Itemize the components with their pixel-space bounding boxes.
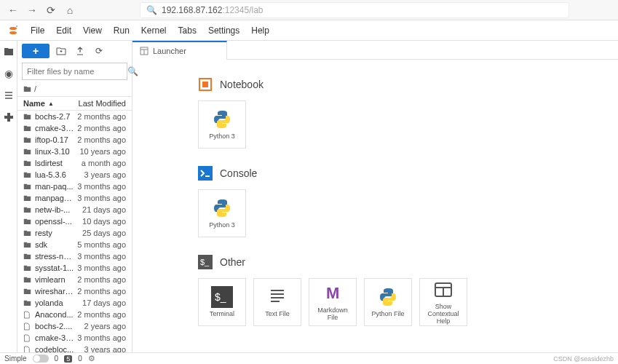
name-column-header[interactable]: Name▲ xyxy=(23,99,79,108)
file-row[interactable]: codebloc...3 years ago xyxy=(17,344,132,352)
toc-tab-icon[interactable] xyxy=(2,89,15,102)
filter-box[interactable]: 🔍 xyxy=(22,63,127,80)
new-folder-button[interactable] xyxy=(54,44,68,58)
terminal-icon: $_ xyxy=(211,286,233,308)
file-row[interactable]: wireshark...2 months ago xyxy=(17,285,132,297)
folder-icon xyxy=(23,229,32,237)
file-name: bochs-2.... xyxy=(35,322,82,331)
file-modified: 3 years ago xyxy=(82,345,126,352)
folder-icon xyxy=(23,159,32,167)
new-launcher-button[interactable]: + xyxy=(22,44,49,58)
file-row[interactable]: linux-3.1010 years ago xyxy=(17,146,132,157)
file-row[interactable]: sdk5 months ago xyxy=(17,239,132,250)
menu-settings[interactable]: Settings xyxy=(202,23,245,39)
file-row[interactable]: netw-ib-...21 days ago xyxy=(17,204,132,215)
file-modified: 2 months ago xyxy=(74,275,126,284)
activity-bar: ◉ xyxy=(0,41,17,352)
card-python[interactable]: Python 3 xyxy=(198,100,246,149)
files-tab-icon[interactable] xyxy=(2,45,15,58)
svg-rect-6 xyxy=(198,166,213,181)
folder-icon xyxy=(23,136,32,143)
console-icon xyxy=(198,166,213,181)
file-row[interactable]: openssl-...10 days ago xyxy=(17,215,132,227)
file-row[interactable]: iftop-0.172 months ago xyxy=(17,134,132,146)
file-row[interactable]: yolanda17 days ago xyxy=(17,297,132,309)
menu-file[interactable]: File xyxy=(25,23,50,39)
section-other: $_ Other $_TerminalText FileMMarkdown Fi… xyxy=(198,255,552,326)
file-row[interactable]: lua-5.3.63 years ago xyxy=(17,169,132,181)
back-button[interactable]: ← xyxy=(6,3,20,17)
modified-column-header[interactable]: Last Modified xyxy=(79,99,126,108)
card-markdown[interactable]: MMarkdown File xyxy=(309,278,357,326)
home-button[interactable]: ⌂ xyxy=(63,3,77,17)
search-icon: 🔍 xyxy=(146,5,157,15)
filter-input[interactable] xyxy=(27,67,127,76)
file-icon xyxy=(23,311,32,319)
file-row[interactable]: cmake-3....3 months ago xyxy=(17,332,132,344)
file-modified: 5 months ago xyxy=(74,240,126,249)
file-name: yolanda xyxy=(35,298,79,307)
card-terminal[interactable]: $_Terminal xyxy=(198,278,246,326)
file-row[interactable]: cmake-3....2 months ago xyxy=(17,122,132,134)
reload-button[interactable]: ⟳ xyxy=(44,3,58,17)
menubar: FileEditViewRunKernelTabsSettingsHelp xyxy=(0,20,618,41)
card-python-file[interactable]: Python File xyxy=(364,278,412,326)
main-area: Launcher Notebook Python 3 Console xyxy=(132,41,618,352)
file-row[interactable]: Anacond...2 months ago xyxy=(17,309,132,320)
card-label: Python 3 xyxy=(209,222,235,229)
file-name: codebloc... xyxy=(35,345,82,352)
folder-icon xyxy=(23,85,31,92)
file-row[interactable]: bochs-2....2 years ago xyxy=(17,320,132,332)
breadcrumb-path: / xyxy=(34,84,36,93)
file-modified: 21 days ago xyxy=(79,205,126,214)
file-row[interactable]: man-paq...3 months ago xyxy=(17,181,132,192)
file-modified: 3 months ago xyxy=(74,194,126,202)
file-modified: 3 months ago xyxy=(74,333,126,342)
text-icon xyxy=(266,286,288,308)
card-text[interactable]: Text File xyxy=(253,278,301,326)
file-row[interactable]: vimlearn2 months ago xyxy=(17,274,132,285)
launcher-icon xyxy=(140,47,148,55)
file-name: man-paq... xyxy=(35,182,74,191)
menu-help[interactable]: Help xyxy=(245,23,275,39)
python-file-icon xyxy=(377,286,399,308)
file-row[interactable]: bochs-2.72 months ago xyxy=(17,111,132,122)
file-modified: 3 months ago xyxy=(74,264,126,272)
running-tab-icon[interactable]: ◉ xyxy=(2,67,15,80)
file-row[interactable]: lsdirtesta month ago xyxy=(17,157,132,169)
menu-tabs[interactable]: Tabs xyxy=(173,23,202,39)
file-icon xyxy=(23,346,32,353)
tab-bar: Launcher xyxy=(132,41,618,60)
folder-icon xyxy=(23,171,32,178)
url-bar[interactable]: 🔍 192.168.87.162:12345/lab xyxy=(140,2,569,18)
file-row[interactable]: sysstat-1...3 months ago xyxy=(17,262,132,274)
file-row[interactable]: stress-ng...3 months ago xyxy=(17,250,132,262)
svg-rect-5 xyxy=(202,82,208,87)
menu-kernel[interactable]: Kernel xyxy=(135,23,173,39)
tab-launcher[interactable]: Launcher xyxy=(132,41,227,60)
file-row[interactable]: resty25 days ago xyxy=(17,227,132,239)
menu-edit[interactable]: Edit xyxy=(50,23,77,39)
forward-button[interactable]: → xyxy=(25,3,39,17)
tab-label: Launcher xyxy=(153,47,186,55)
folder-icon xyxy=(23,264,32,272)
card-python[interactable]: Python 3 xyxy=(198,189,246,237)
file-modified: 3 months ago xyxy=(74,182,126,191)
menu-run[interactable]: Run xyxy=(108,23,135,39)
file-modified: 2 months ago xyxy=(74,310,126,319)
upload-button[interactable] xyxy=(73,44,87,58)
card-help[interactable]: Show Contextual Help xyxy=(419,278,467,326)
settings-icon[interactable]: ⚙ xyxy=(88,354,95,363)
file-modified: 2 months ago xyxy=(74,135,126,144)
file-name: bochs-2.7 xyxy=(35,112,74,121)
refresh-button[interactable]: ⟳ xyxy=(92,44,106,58)
file-name: vimlearn xyxy=(35,275,74,284)
mode-toggle[interactable] xyxy=(33,355,49,363)
file-name: cmake-3.... xyxy=(35,333,74,342)
file-modified: 10 days ago xyxy=(79,217,126,226)
file-row[interactable]: manpage...3 months ago xyxy=(17,192,132,204)
menu-view[interactable]: View xyxy=(77,23,108,39)
python-icon xyxy=(211,108,233,130)
breadcrumb[interactable]: / xyxy=(17,83,132,96)
extensions-tab-icon[interactable] xyxy=(2,111,15,124)
